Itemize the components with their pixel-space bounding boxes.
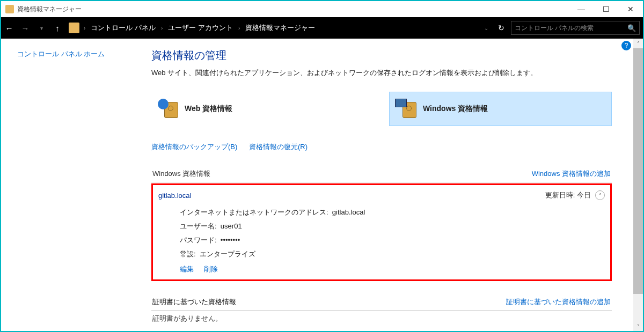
credential-name[interactable]: gitlab.local xyxy=(158,191,191,200)
search-placeholder: コントロール パネルの検索 xyxy=(515,24,594,33)
refresh-button[interactable]: ↻ xyxy=(493,24,510,32)
page-description: Web サイト、関連付けられたアプリケーション、およびネットワークの保存されたロ… xyxy=(151,68,612,78)
credential-persist-row: 常設: エンタープライズ xyxy=(180,247,605,261)
location-icon xyxy=(69,23,79,33)
scroll-up-icon[interactable]: ˄ xyxy=(637,39,640,48)
minimize-button[interactable]: — xyxy=(569,1,594,17)
credential-user-row: ユーザー名: user01 xyxy=(180,219,605,233)
chevron-right-icon: › xyxy=(82,25,87,31)
tile-label: Web 資格情報 xyxy=(185,104,232,114)
tile-label: Windows 資格情報 xyxy=(423,104,488,114)
tile-windows-credentials[interactable]: Windows 資格情報 xyxy=(389,92,612,126)
windows-credentials-header: Windows 資格情報 xyxy=(152,169,210,179)
delete-credential-link[interactable]: 削除 xyxy=(204,265,218,273)
location-dropdown[interactable]: ⌄ xyxy=(481,25,492,31)
cert-credentials-header: 証明書に基づいた資格情報 xyxy=(152,297,236,307)
scroll-thumb[interactable] xyxy=(633,48,643,294)
web-credential-icon xyxy=(160,100,178,118)
help-icon[interactable]: ? xyxy=(621,41,631,50)
page-title: 資格情報の管理 xyxy=(151,48,612,63)
breadcrumb-item[interactable]: ユーザー アカウント xyxy=(166,23,235,33)
scroll-down-icon[interactable]: ˅ xyxy=(637,321,640,331)
breadcrumb-item[interactable]: コントロール パネル xyxy=(89,23,158,33)
close-button[interactable]: ✕ xyxy=(618,1,643,17)
edit-credential-link[interactable]: 編集 xyxy=(180,265,194,273)
search-input[interactable]: コントロール パネルの検索 🔍 xyxy=(511,21,640,35)
add-cert-credential-link[interactable]: 証明書に基づいた資格情報の追加 xyxy=(506,297,611,307)
search-icon[interactable]: 🔍 xyxy=(627,24,636,32)
restore-credentials-link[interactable]: 資格情報の復元(R) xyxy=(249,143,308,151)
cert-empty-message: 証明書がありません。 xyxy=(151,311,612,323)
main-content: ? 資格情報の管理 Web サイト、関連付けられたアプリケーション、およびネット… xyxy=(135,39,633,331)
maximize-button[interactable]: ☐ xyxy=(594,1,618,17)
credential-entry: gitlab.local 更新日時: 今日 ˄ インターネットまたはネットワーク… xyxy=(151,183,612,281)
navigation-bar: ← → ▾ ↑ › コントロール パネル › ユーザー アカウント › 資格情報… xyxy=(0,17,644,39)
control-panel-home-link[interactable]: コントロール パネル ホーム xyxy=(17,49,131,59)
scroll-track[interactable] xyxy=(633,48,643,321)
forward-button[interactable]: → xyxy=(17,20,33,36)
tile-web-credentials[interactable]: Web 資格情報 xyxy=(151,92,373,126)
recent-dropdown[interactable]: ▾ xyxy=(33,20,49,36)
backup-credentials-link[interactable]: 資格情報のバックアップ(B) xyxy=(151,143,237,151)
chevron-right-icon: › xyxy=(159,25,165,31)
window-title: 資格情報マネージャー xyxy=(17,5,82,14)
breadcrumb[interactable]: › コントロール パネル › ユーザー アカウント › 資格情報マネージャー xyxy=(82,23,481,33)
credential-password-row: パスワード: •••••••• xyxy=(180,233,605,247)
up-button[interactable]: ↑ xyxy=(49,20,65,36)
collapse-toggle-icon[interactable]: ˄ xyxy=(595,190,605,200)
credential-address-row: インターネットまたはネットワークのアドレス: gitlab.local xyxy=(180,205,605,219)
back-button[interactable]: ← xyxy=(1,20,17,36)
add-windows-credential-link[interactable]: Windows 資格情報の追加 xyxy=(532,169,611,179)
chevron-right-icon: › xyxy=(236,25,242,31)
credential-updated: 更新日時: 今日 xyxy=(545,190,591,200)
windows-credential-icon xyxy=(398,100,416,118)
window-titlebar: 資格情報マネージャー — ☐ ✕ xyxy=(0,0,644,17)
sidebar: コントロール パネル ホーム 関連項目 ユーザー アカウント xyxy=(1,39,135,331)
app-icon xyxy=(5,5,14,13)
breadcrumb-item[interactable]: 資格情報マネージャー xyxy=(243,23,317,33)
vertical-scrollbar[interactable]: ˄ ˅ xyxy=(633,39,643,331)
